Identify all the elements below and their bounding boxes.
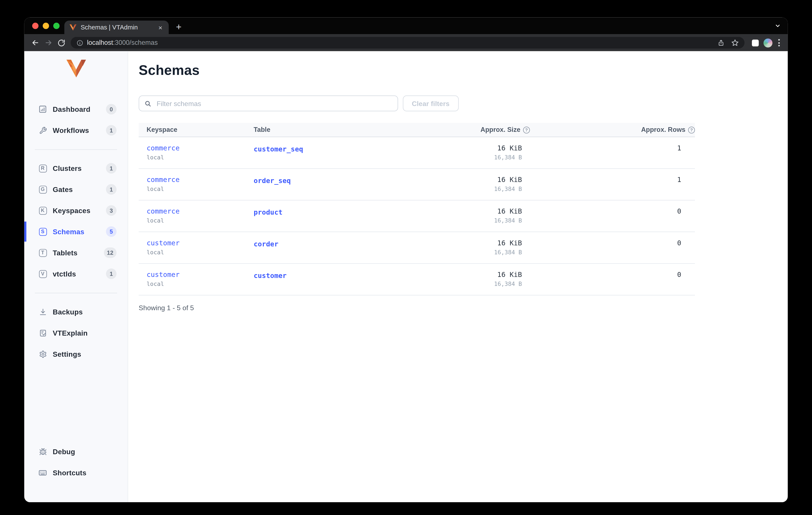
- count-badge: 1: [106, 269, 116, 279]
- approx-size-value: 16 KiB: [393, 207, 522, 216]
- sidebar-nav-cluster: R Clusters 1 G Gates 1 K Keyspaces 3: [24, 158, 128, 284]
- browser-menu-icon[interactable]: [777, 37, 781, 48]
- column-header-approx-rows: Approx. Rows ?: [530, 126, 695, 134]
- approx-rows-value: 1: [530, 175, 695, 200]
- table-row: commerce local customer_seq 16 KiB 16,38…: [139, 137, 695, 169]
- zoom-window-button[interactable]: [53, 23, 60, 29]
- clear-filters-button[interactable]: Clear filters: [403, 96, 459, 111]
- share-icon[interactable]: [718, 39, 724, 47]
- size-bytes-value: 16,384 B: [393, 154, 522, 161]
- schemas-letter-icon: S: [39, 227, 47, 236]
- forward-icon[interactable]: [41, 36, 55, 49]
- keyboard-icon: [38, 468, 47, 477]
- cluster-label: local: [146, 280, 254, 288]
- sidebar-item-debug[interactable]: Debug: [24, 441, 128, 462]
- table-row: customer local customer 16 KiB 16,384 B …: [139, 264, 695, 295]
- close-window-button[interactable]: [32, 23, 38, 29]
- table-header-row: Keyspace Table Approx. Size ? Approx. Ro…: [139, 123, 695, 137]
- count-badge: 12: [104, 247, 117, 258]
- count-badge: 3: [106, 205, 116, 216]
- sidebar-item-gates[interactable]: G Gates 1: [24, 179, 128, 200]
- keyspace-link[interactable]: customer: [146, 239, 254, 247]
- keyspace-link[interactable]: customer: [146, 271, 254, 279]
- reload-icon[interactable]: [55, 36, 68, 49]
- table-row: commerce local product 16 KiB 16,384 B 0: [139, 200, 695, 232]
- filter-search-box[interactable]: [139, 96, 398, 111]
- browser-tab[interactable]: Schemas | VTAdmin ×: [64, 21, 169, 34]
- table-link[interactable]: customer_seq: [254, 145, 303, 153]
- keyspace-link[interactable]: commerce: [146, 175, 254, 184]
- page-title: Schemas: [139, 62, 788, 79]
- back-icon[interactable]: [29, 36, 42, 49]
- dashboard-chart-icon: [38, 105, 47, 113]
- sidebar-item-label: Gates: [53, 185, 106, 193]
- cluster-label: local: [146, 249, 254, 256]
- sidebar-item-label: Settings: [53, 350, 116, 358]
- sidebar-item-label: vtctlds: [53, 270, 106, 278]
- tablets-letter-icon: T: [39, 249, 47, 256]
- sidebar-divider: [35, 150, 117, 150]
- results-count: Showing 1 - 5 of 5: [139, 304, 788, 312]
- vitess-logo: [66, 59, 86, 77]
- sidebar-item-vtctlds[interactable]: V vtctlds 1: [24, 263, 128, 284]
- keyspace-link[interactable]: commerce: [146, 207, 254, 216]
- table-row: commerce local order_seq 16 KiB 16,384 B…: [139, 169, 695, 200]
- sidebar-item-clusters[interactable]: R Clusters 1: [24, 158, 128, 179]
- sidebar-item-keyspaces[interactable]: K Keyspaces 3: [24, 200, 128, 221]
- approx-rows-value: 0: [530, 239, 695, 263]
- sidebar-item-shortcuts[interactable]: Shortcuts: [24, 462, 128, 483]
- sidebar-item-settings[interactable]: Settings: [24, 344, 128, 364]
- vtadmin-app: Dashboard 0 Workflows 1 R: [24, 51, 788, 502]
- wrench-icon: [38, 126, 47, 135]
- sidebar-item-label: VTExplain: [53, 329, 116, 337]
- approx-rows-value: 0: [530, 207, 695, 232]
- tab-title: Schemas | VTAdmin: [81, 24, 157, 31]
- sidebar-item-label: Schemas: [53, 227, 106, 236]
- profile-avatar[interactable]: [763, 38, 773, 47]
- keyspaces-letter-icon: K: [39, 207, 47, 214]
- close-tab-icon[interactable]: ×: [157, 23, 164, 32]
- count-badge: 1: [106, 125, 116, 135]
- sidebar-nav-main: Dashboard 0 Workflows 1: [24, 99, 128, 141]
- column-header-table: Table: [254, 126, 393, 134]
- extension-icon[interactable]: [752, 39, 759, 46]
- sidebar-item-vtexplain[interactable]: VTExplain: [24, 322, 128, 344]
- count-badge: 1: [106, 163, 116, 173]
- table-link[interactable]: order_seq: [254, 177, 291, 185]
- help-icon[interactable]: ?: [688, 126, 695, 133]
- active-indicator: [24, 222, 26, 242]
- url-bar[interactable]: localhost:3000/schemas: [70, 37, 745, 48]
- sidebar-divider: [35, 293, 117, 293]
- sidebar-item-workflows[interactable]: Workflows 1: [24, 120, 128, 141]
- sidebar-nav-tools: Backups VTExplain Settings: [24, 301, 128, 364]
- sidebar-item-label: Backups: [53, 308, 116, 316]
- table-link[interactable]: corder: [254, 240, 278, 248]
- sidebar-item-schemas[interactable]: S Schemas 5: [24, 221, 128, 242]
- bookmark-star-icon[interactable]: [731, 39, 739, 47]
- table-link[interactable]: customer: [254, 272, 287, 279]
- site-info-icon[interactable]: [77, 39, 83, 46]
- document-check-icon: [38, 329, 47, 337]
- url-text: localhost:3000/schemas: [87, 39, 158, 47]
- sidebar-item-dashboard[interactable]: Dashboard 0: [24, 99, 128, 120]
- approx-size-value: 16 KiB: [393, 175, 522, 184]
- minimize-window-button[interactable]: [42, 23, 49, 29]
- url-path: :3000/schemas: [113, 39, 158, 47]
- browser-toolbar: localhost:3000/schemas: [24, 34, 788, 51]
- size-bytes-value: 16,384 B: [393, 217, 522, 224]
- new-tab-button[interactable]: +: [173, 21, 184, 33]
- sidebar-item-tablets[interactable]: T Tablets 12: [24, 242, 128, 263]
- count-badge: 1: [106, 184, 116, 195]
- column-header-keyspace: Keyspace: [139, 126, 254, 134]
- approx-size-value: 16 KiB: [393, 239, 522, 247]
- tab-search-chevron-icon[interactable]: [775, 23, 781, 29]
- size-bytes-value: 16,384 B: [393, 186, 522, 192]
- sidebar-item-label: Debug: [53, 448, 116, 456]
- sidebar-item-backups[interactable]: Backups: [24, 301, 128, 322]
- filter-schemas-input[interactable]: [155, 99, 392, 108]
- keyspace-link[interactable]: commerce: [146, 144, 254, 153]
- table-link[interactable]: product: [254, 209, 282, 216]
- favicon-vitess-icon: [69, 24, 76, 31]
- help-icon[interactable]: ?: [523, 126, 530, 133]
- approx-rows-value: 1: [530, 144, 695, 168]
